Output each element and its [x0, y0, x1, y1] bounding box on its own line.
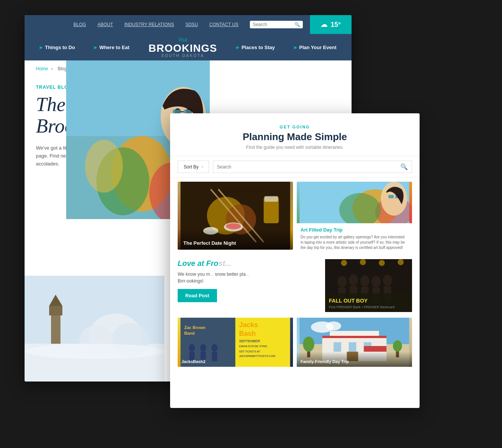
- svg-point-54: [398, 259, 404, 265]
- svg-text:JACKSRABBITTICKETS.COM: JACKSRABBITTICKETS.COM: [239, 355, 276, 357]
- planning-header: GET GOING Planning Made Simple Find the …: [170, 113, 420, 156]
- weather-badge: ☁ 15°: [310, 15, 352, 34]
- winter-svg: [25, 276, 164, 382]
- read-post-button[interactable]: Read Post: [178, 289, 217, 302]
- svg-point-43: [349, 274, 358, 286]
- svg-point-47: [372, 276, 381, 287]
- sort-by-label: Sort By: [184, 164, 198, 170]
- svg-rect-19: [51, 314, 60, 344]
- filter-bar: Sort By › 🔍: [170, 156, 420, 178]
- where-to-eat-label: Where to Eat: [99, 45, 129, 50]
- chevron-right-icon: ▶: [294, 45, 297, 49]
- overlay-search-input[interactable]: [217, 164, 397, 170]
- search-icon: 🔍: [294, 22, 300, 27]
- art-card-content: Art Filled Day Trip Do you get excited b…: [297, 223, 412, 250]
- overlay-search-field[interactable]: 🔍: [213, 161, 412, 173]
- svg-rect-83: [349, 342, 356, 352]
- nav-industry-link[interactable]: INDUSTRY RELATIONS: [124, 22, 174, 27]
- svg-point-62: [189, 344, 195, 352]
- places-to-stay-label: Places to Stay: [242, 45, 275, 50]
- svg-rect-38: [389, 195, 394, 198]
- svg-rect-82: [334, 342, 341, 352]
- svg-rect-86: [364, 346, 387, 352]
- sort-chevron-icon: ›: [201, 165, 203, 169]
- svg-text:SEPTEMBER: SEPTEMBER: [239, 339, 260, 343]
- svg-point-45: [360, 275, 369, 287]
- planning-title: Planning Made Simple: [178, 131, 412, 143]
- overlay-planning-window: GET GOING Planning Made Simple Find the …: [170, 113, 420, 408]
- band-svg: FALL OUT BOY First PREMIER Bank • PREMIE…: [325, 259, 412, 312]
- bottom-cards-row: Zac Brown Band Jacks Bash SEPTEMBER DANA…: [170, 318, 420, 372]
- svg-point-41: [338, 276, 347, 287]
- nav-contact-link[interactable]: CONTACT US: [209, 22, 239, 27]
- svg-point-37: [381, 182, 407, 216]
- chevron-right-icon: ▶: [236, 45, 239, 49]
- svg-point-22: [25, 344, 164, 359]
- temperature-display: 15°: [330, 21, 341, 29]
- svg-point-88: [303, 337, 315, 352]
- sort-by-button[interactable]: Sort By ›: [178, 161, 209, 173]
- svg-rect-29: [265, 196, 278, 202]
- chevron-right-icon: ▶: [40, 45, 43, 49]
- concert-card[interactable]: FALL OUT BOY First PREMIER Bank • PREMIE…: [325, 259, 412, 312]
- home-breadcrumb-link[interactable]: Home: [36, 66, 48, 71]
- svg-point-77: [326, 321, 341, 331]
- jacksbash-card[interactable]: Zac Brown Band Jacks Bash SEPTEMBER DANA…: [178, 318, 293, 367]
- current-page-breadcrumb: Blog: [58, 66, 67, 71]
- svg-point-51: [341, 260, 347, 266]
- main-nav-bar: ▶ Things to Do ▶ Where to Eat Visit BROO…: [25, 34, 352, 60]
- svg-point-64: [200, 344, 206, 352]
- svg-rect-20: [49, 306, 62, 315]
- itinerary-cards-grid: The Perfect Date Night Art Fill: [170, 178, 420, 253]
- breadcrumb-separator: ›: [51, 66, 53, 71]
- jacksbash-label: JacksBash2: [181, 359, 206, 364]
- where-to-eat-nav[interactable]: ▶ Where to Eat: [94, 45, 129, 50]
- svg-point-90: [393, 340, 402, 352]
- search-icon: 🔍: [400, 163, 408, 170]
- svg-point-66: [212, 344, 218, 352]
- things-to-do-nav[interactable]: ▶ Things to Do: [40, 45, 75, 50]
- svg-point-52: [360, 259, 366, 265]
- love-text-content: Love at Frost... We know you m... snow b…: [178, 259, 318, 302]
- family-trip-label: Family-Friendly Day Trip: [297, 352, 412, 367]
- band-background: FALL OUT BOY First PREMIER Bank • PREMIE…: [325, 259, 412, 312]
- logo-brookings-text: BROOKINGS: [149, 43, 217, 54]
- nav-sdsu-link[interactable]: SDSU: [185, 22, 198, 27]
- top-search-bar[interactable]: 🔍: [250, 21, 303, 28]
- art-day-trip-card[interactable]: Art Filled Day Trip Do you get excited b…: [297, 182, 412, 250]
- love-description: We know you m... snow better pla...Brrr-…: [178, 271, 318, 284]
- art-card-svg: [297, 182, 412, 223]
- svg-text:FALL OUT BOY: FALL OUT BOY: [329, 298, 368, 304]
- svg-text:Jacks: Jacks: [239, 321, 258, 329]
- winter-scene-image: [25, 276, 164, 382]
- art-card-image: [297, 182, 412, 223]
- plan-your-event-nav[interactable]: ▶ Plan Your Event: [294, 45, 337, 50]
- art-trip-title: Art Filled Day Trip: [301, 227, 408, 233]
- svg-point-31: [226, 223, 241, 229]
- site-logo[interactable]: Visit BROOKINGS SOUTH DAKOTA: [149, 37, 217, 58]
- svg-text:First PREMIER Bank • PREMIER B: First PREMIER Bank • PREMIER Bankcard: [329, 305, 395, 309]
- places-to-stay-nav[interactable]: ▶ Places to Stay: [236, 45, 275, 50]
- svg-text:Band: Band: [184, 331, 195, 335]
- svg-text:GET TICKETS AT: GET TICKETS AT: [239, 350, 260, 353]
- nav-about-link[interactable]: ABOUT: [98, 22, 113, 27]
- cloud-icon: ☁: [321, 20, 327, 29]
- plan-your-event-label: Plan Your Event: [299, 45, 337, 50]
- date-night-title: The Perfect Date Night: [183, 240, 287, 246]
- top-search-input[interactable]: [253, 22, 294, 27]
- svg-text:Bash: Bash: [239, 330, 256, 337]
- svg-point-6: [85, 140, 123, 193]
- art-trip-description: Do you get excited by art gallery openin…: [301, 235, 408, 250]
- svg-text:DANA DYKSE STAD.: DANA DYKSE STAD.: [239, 344, 268, 348]
- family-trip-card[interactable]: Family-Friendly Day Trip: [297, 318, 412, 367]
- nav-blog-link[interactable]: BLOG: [73, 22, 86, 27]
- planning-subtitle: Find the guide you need with sortable it…: [178, 145, 412, 150]
- chevron-right-icon: ▶: [94, 45, 97, 49]
- svg-rect-67: [212, 352, 217, 361]
- date-night-overlay: The Perfect Date Night: [178, 229, 293, 250]
- get-going-label: GET GOING: [178, 125, 412, 129]
- love-title: Love at Frost...: [178, 259, 318, 268]
- svg-text:Zac Brown: Zac Brown: [184, 325, 206, 330]
- perfect-date-night-card[interactable]: The Perfect Date Night: [178, 182, 293, 250]
- svg-point-53: [379, 260, 385, 266]
